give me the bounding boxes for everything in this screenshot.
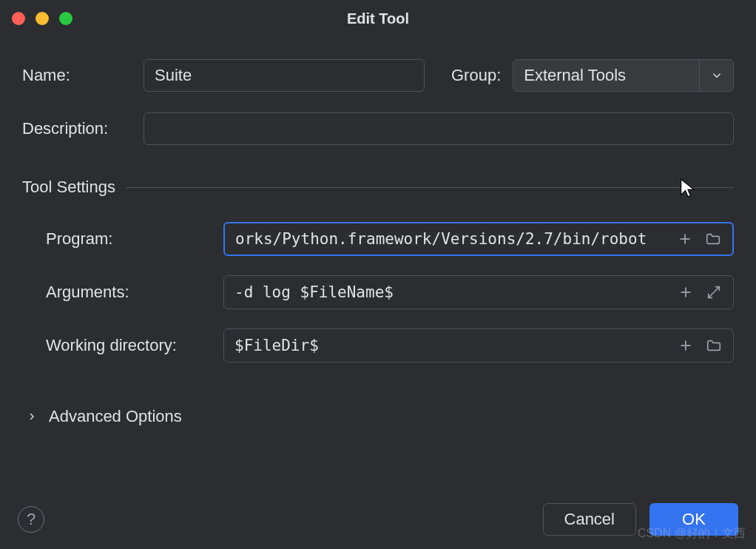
- window-close[interactable]: [12, 12, 25, 25]
- program-label: Program:: [46, 229, 223, 249]
- chevron-right-icon: [25, 411, 38, 422]
- arguments-input[interactable]: [224, 276, 677, 309]
- window-title: Edit Tool: [347, 10, 409, 27]
- insert-macro-icon[interactable]: [677, 337, 695, 354]
- arguments-input-wrap: [223, 275, 734, 309]
- program-input[interactable]: [225, 223, 676, 255]
- working-directory-input-wrap: [223, 329, 734, 363]
- group-label: Group:: [451, 66, 501, 85]
- program-input-wrap: [223, 222, 734, 256]
- name-input[interactable]: [144, 59, 425, 92]
- group-combobox[interactable]: External Tools: [513, 59, 734, 92]
- insert-macro-icon[interactable]: [677, 283, 695, 301]
- description-input[interactable]: [144, 112, 734, 145]
- ok-button[interactable]: OK: [649, 503, 738, 536]
- browse-folder-icon[interactable]: [704, 230, 722, 248]
- advanced-options-label: Advanced Options: [49, 407, 182, 426]
- divider: [126, 187, 734, 188]
- help-button[interactable]: ?: [18, 506, 44, 533]
- description-label: Description:: [22, 119, 132, 138]
- working-directory-label: Working directory:: [46, 336, 223, 355]
- chevron-down-icon[interactable]: [699, 60, 733, 91]
- tool-settings-heading: Tool Settings: [22, 178, 115, 197]
- group-value: External Tools: [513, 66, 699, 85]
- window-minimize[interactable]: [36, 12, 49, 25]
- name-label: Name:: [22, 66, 132, 85]
- browse-folder-icon[interactable]: [705, 337, 723, 354]
- insert-macro-icon[interactable]: [676, 230, 694, 248]
- expand-icon[interactable]: [705, 283, 723, 301]
- cancel-button[interactable]: Cancel: [543, 503, 636, 536]
- working-directory-input[interactable]: [224, 329, 677, 362]
- window-maximize[interactable]: [59, 12, 72, 25]
- advanced-options-toggle[interactable]: Advanced Options: [22, 407, 734, 426]
- arguments-label: Arguments:: [46, 283, 223, 302]
